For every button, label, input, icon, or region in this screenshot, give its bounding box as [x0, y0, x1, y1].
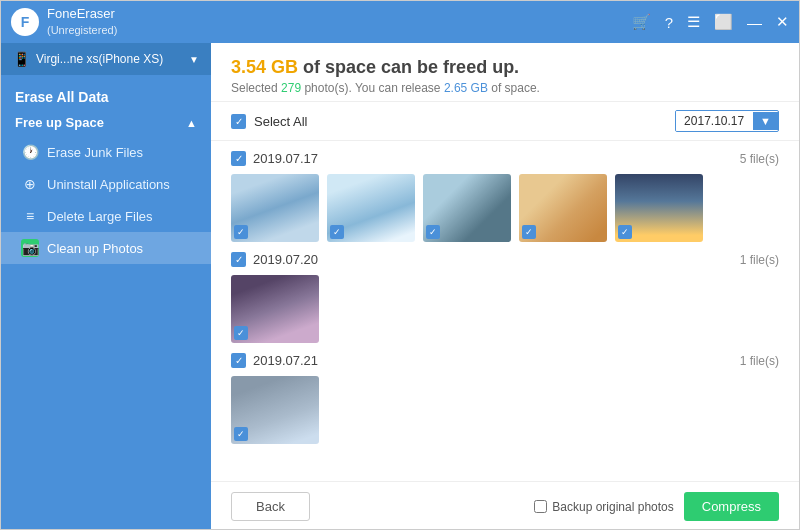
photo-group-left-1: ✓ 2019.07.17: [231, 151, 318, 166]
minimize-icon[interactable]: —: [747, 14, 762, 31]
group1-date: 2019.07.17: [253, 151, 318, 166]
sidebar-item-erase-junk[interactable]: 🕐 Erase Junk Files: [1, 136, 211, 168]
sidebar-item-clean-photos[interactable]: 📷 Clean up Photos: [1, 232, 211, 264]
free-space-label: Free up Space: [15, 115, 104, 130]
uninstall-icon: ⊕: [21, 175, 39, 193]
photo-thumb[interactable]: ✓: [231, 174, 319, 242]
title-bar-left: F FoneEraser (Unregistered): [11, 6, 117, 37]
photo-group-left-2: ✓ 2019.07.20: [231, 252, 318, 267]
photo-list: ✓ 2019.07.17 5 file(s) ✓ ✓ ✓: [211, 141, 799, 481]
photo-group-header-3: ✓ 2019.07.21 1 file(s): [231, 353, 779, 368]
group1-checkbox[interactable]: ✓: [231, 151, 246, 166]
selected-count: 279: [281, 81, 301, 95]
sidebar-item-uninstall[interactable]: ⊕ Uninstall Applications: [1, 168, 211, 200]
group3-date: 2019.07.21: [253, 353, 318, 368]
sidebar: 📱 Virgi...ne xs(iPhone XS) ▼ Erase All D…: [1, 43, 211, 530]
backup-label: Backup original photos: [552, 500, 673, 514]
photo-group-2: ✓ 2019.07.20 1 file(s) ✓: [231, 252, 779, 343]
list-icon: ≡: [21, 207, 39, 225]
photo-row-3: ✓: [231, 376, 779, 444]
backup-checkbox-wrapper: Backup original photos: [534, 500, 673, 514]
space-amount: 3.54 GB: [231, 57, 298, 77]
select-all-bar: ✓ Select All 2017.10.17 2019.07.17 2019.…: [211, 102, 799, 141]
erase-all-title[interactable]: Erase All Data: [1, 81, 211, 109]
photo-thumb[interactable]: ✓: [615, 174, 703, 242]
select-all-label: Select All: [254, 114, 307, 129]
photo-group-header-1: ✓ 2019.07.17 5 file(s): [231, 151, 779, 166]
date-dropdown-btn[interactable]: ▼: [753, 112, 778, 130]
content-area: 3.54 GB of space can be freed up. Select…: [211, 43, 799, 530]
sidebar-item-delete-large[interactable]: ≡ Delete Large Files: [1, 200, 211, 232]
photo-thumb[interactable]: ✓: [231, 275, 319, 343]
main-layout: 📱 Virgi...ne xs(iPhone XS) ▼ Erase All D…: [1, 43, 799, 530]
photo-check[interactable]: ✓: [330, 225, 344, 239]
back-button[interactable]: Back: [231, 492, 310, 521]
photo-row-2: ✓: [231, 275, 779, 343]
photo-thumb[interactable]: ✓: [423, 174, 511, 242]
content-footer: Back Backup original photos Compress: [211, 481, 799, 530]
photo-row-1: ✓ ✓ ✓ ✓ ✓: [231, 174, 779, 242]
group2-date: 2019.07.20: [253, 252, 318, 267]
date-select[interactable]: 2017.10.17 2019.07.17 2019.07.20 2019.07…: [676, 111, 753, 131]
photo-thumb[interactable]: ✓: [231, 376, 319, 444]
title-bar-controls: 🛒 ? ☰ ⬜ — ✕: [632, 13, 789, 31]
backup-checkbox-input[interactable]: [534, 500, 547, 513]
release-amount: 2.65 GB: [444, 81, 488, 95]
device-icon: 📱: [13, 51, 30, 67]
space-headline: 3.54 GB of space can be freed up.: [231, 57, 779, 78]
device-name: Virgi...ne xs(iPhone XS): [36, 52, 163, 66]
photo-group-1: ✓ 2019.07.17 5 file(s) ✓ ✓ ✓: [231, 151, 779, 242]
clock-icon: 🕐: [21, 143, 39, 161]
sidebar-item-label: Clean up Photos: [47, 241, 143, 256]
cart-icon[interactable]: 🛒: [632, 13, 651, 31]
title-bar: F FoneEraser (Unregistered) 🛒 ? ☰ ⬜ — ✕: [1, 1, 799, 43]
device-chevron-icon: ▼: [189, 54, 199, 65]
sidebar-item-label: Delete Large Files: [47, 209, 153, 224]
app-title-text: FoneEraser (Unregistered): [47, 6, 117, 37]
group3-count: 1 file(s): [740, 354, 779, 368]
photo-thumb[interactable]: ✓: [327, 174, 415, 242]
photo-check[interactable]: ✓: [234, 225, 248, 239]
date-dropdown[interactable]: 2017.10.17 2019.07.17 2019.07.20 2019.07…: [675, 110, 779, 132]
space-suffix: of space can be freed up.: [303, 57, 519, 77]
sidebar-item-label: Uninstall Applications: [47, 177, 170, 192]
select-all-left: ✓ Select All: [231, 114, 307, 129]
content-header: 3.54 GB of space can be freed up. Select…: [211, 43, 799, 102]
footer-right: Backup original photos Compress: [534, 492, 779, 521]
monitor-icon[interactable]: ⬜: [714, 13, 733, 31]
photo-check[interactable]: ✓: [618, 225, 632, 239]
photos-icon: 📷: [21, 239, 39, 257]
app-name: FoneEraser: [47, 6, 117, 23]
device-selector[interactable]: 📱 Virgi...ne xs(iPhone XS) ▼: [1, 43, 211, 75]
photo-check[interactable]: ✓: [234, 326, 248, 340]
app-subtitle: (Unregistered): [47, 23, 117, 37]
sidebar-item-label: Erase Junk Files: [47, 145, 143, 160]
photo-check[interactable]: ✓: [426, 225, 440, 239]
group2-count: 1 file(s): [740, 253, 779, 267]
app-logo: F: [11, 8, 39, 36]
menu-icon[interactable]: ☰: [687, 13, 700, 31]
help-icon[interactable]: ?: [665, 14, 673, 31]
free-space-section: Free up Space ▲: [1, 109, 211, 136]
select-all-checkbox[interactable]: ✓: [231, 114, 246, 129]
free-space-chevron-icon[interactable]: ▲: [186, 117, 197, 129]
selected-info: Selected 279 photo(s). You can release 2…: [231, 81, 779, 95]
photo-group-left-3: ✓ 2019.07.21: [231, 353, 318, 368]
release-suffix: of space.: [491, 81, 540, 95]
group1-count: 5 file(s): [740, 152, 779, 166]
photo-check[interactable]: ✓: [522, 225, 536, 239]
group3-checkbox[interactable]: ✓: [231, 353, 246, 368]
compress-button[interactable]: Compress: [684, 492, 779, 521]
app-wrapper: F FoneEraser (Unregistered) 🛒 ? ☰ ⬜ — ✕ …: [1, 1, 799, 530]
selected-text: photo(s). You can release: [304, 81, 440, 95]
group2-checkbox[interactable]: ✓: [231, 252, 246, 267]
photo-group-header-2: ✓ 2019.07.20 1 file(s): [231, 252, 779, 267]
photo-thumb[interactable]: ✓: [519, 174, 607, 242]
close-icon[interactable]: ✕: [776, 13, 789, 31]
photo-check[interactable]: ✓: [234, 427, 248, 441]
photo-group-3: ✓ 2019.07.21 1 file(s) ✓: [231, 353, 779, 444]
